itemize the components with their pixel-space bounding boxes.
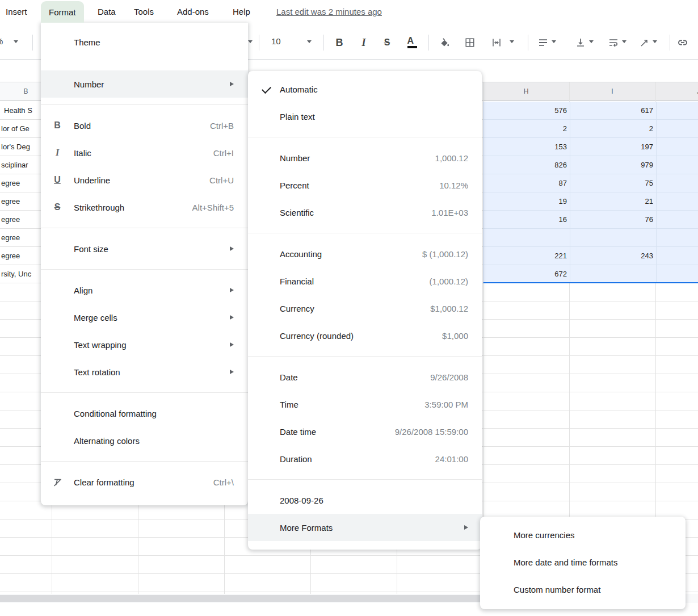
font-size-value[interactable]: 10 (271, 36, 281, 46)
grid-cell[interactable] (570, 229, 653, 247)
grid-cell[interactable]: lor's Deg (0, 138, 41, 156)
menu-format[interactable]: Format (41, 1, 84, 23)
menu-item-duration[interactable]: Duration 24:01:00 (248, 445, 482, 472)
column-header-H[interactable]: H (483, 82, 569, 101)
horizontal-align-button[interactable] (535, 33, 552, 52)
grid-cell[interactable]: lor of Ge (0, 120, 41, 138)
fill-color-button[interactable] (436, 33, 453, 52)
menu-item-percent[interactable]: Percent 10.12% (248, 171, 482, 199)
menu-item-scientific[interactable]: Scientific 1.01E+03 (248, 199, 482, 226)
grid-cell[interactable]: 153 (484, 138, 567, 156)
percent-format-button[interactable]: % (0, 36, 3, 46)
menu-item-conditional-formatting[interactable]: Conditional formatting (41, 400, 248, 427)
menu-item-more-currencies[interactable]: More currencies (480, 521, 686, 548)
font-dropdown-icon[interactable] (248, 40, 253, 43)
grid-cell[interactable]: 617 (570, 102, 653, 120)
merge-cells-dropdown-icon[interactable] (510, 40, 514, 43)
horizontal-scrollbar-handle[interactable] (0, 595, 514, 602)
grid-cell[interactable] (570, 265, 653, 283)
text-rotation-button[interactable] (636, 33, 653, 52)
grid-cell[interactable]: sciplinar (0, 156, 41, 174)
vertical-align-dropdown-icon[interactable] (589, 40, 594, 43)
grid-cell[interactable]: 16 (484, 211, 567, 229)
grid-cell[interactable]: Health S (0, 102, 44, 120)
menu-add-ons[interactable]: Add-ons (169, 0, 217, 23)
menu-item-date[interactable]: Date 9/26/2008 (248, 363, 482, 391)
menu-item-text-wrapping[interactable]: Text wrapping (41, 331, 248, 358)
menu-item-number[interactable]: Number (41, 70, 248, 98)
menu-item-custom-date[interactable]: 2008-09-26 (248, 487, 482, 514)
grid-cell[interactable]: 243 (570, 247, 653, 265)
menu-item-merge-cells[interactable]: Merge cells (41, 304, 248, 331)
grid-cell[interactable]: egree (0, 174, 41, 192)
menu-item-text-rotation[interactable]: Text rotation (41, 358, 248, 385)
font-size-dropdown-icon[interactable] (307, 40, 312, 43)
menu-item-automatic[interactable]: Automatic (248, 76, 482, 103)
menu-item-italic[interactable]: I Italic Ctrl+I (41, 139, 248, 166)
grid-cell[interactable]: 87 (484, 174, 567, 192)
strikethrough-button[interactable]: S (379, 33, 396, 52)
text-color-button[interactable]: A (403, 33, 421, 52)
menu-item-time[interactable]: Time 3:59:00 PM (248, 391, 482, 418)
column-header-I[interactable]: I (569, 82, 655, 101)
grid-cell[interactable]: rsity, Unc (0, 265, 41, 283)
menu-item-bold[interactable]: B Bold Ctrl+B (41, 112, 248, 139)
menu-item-more-formats[interactable]: More Formats (248, 514, 482, 541)
merge-cells-button[interactable] (488, 33, 505, 52)
menu-item-align[interactable]: Align (41, 276, 248, 304)
insert-link-button[interactable] (674, 33, 691, 52)
menu-item-underline[interactable]: U Underline Ctrl+U (41, 166, 248, 194)
percent-dropdown-icon[interactable] (14, 40, 18, 43)
grid-cell[interactable]: 19 (484, 192, 567, 211)
italic-button[interactable]: I (355, 33, 372, 52)
grid-cell[interactable]: egree (0, 192, 41, 211)
menu-data[interactable]: Data (90, 0, 124, 23)
grid-cell[interactable]: 76 (570, 211, 653, 229)
menu-item-date-time[interactable]: Date time 9/26/2008 15:59:00 (248, 418, 482, 445)
grid-cell[interactable]: 75 (570, 174, 653, 192)
menu-item-accounting[interactable]: Accounting $ (1,000.12) (248, 240, 482, 267)
menu-tools[interactable]: Tools (126, 0, 162, 23)
grid-cell[interactable]: 2 (570, 120, 653, 138)
menu-item-more-date-time-formats[interactable]: More date and time formats (480, 548, 686, 576)
grid-cell[interactable]: 221 (484, 247, 567, 265)
menu-item-label: Theme (74, 37, 234, 47)
grid-cell[interactable]: 672 (484, 265, 567, 283)
grid-cell[interactable]: 576 (484, 102, 567, 120)
text-wrap-dropdown-icon[interactable] (622, 40, 626, 43)
menu-item-alternating-colors[interactable]: Alternating colors (41, 427, 248, 454)
text-rotation-dropdown-icon[interactable] (653, 40, 657, 43)
menu-item-strikethrough[interactable]: S Strikethrough Alt+Shift+5 (41, 194, 248, 221)
menu-help[interactable]: Help (225, 0, 258, 23)
text-wrap-button[interactable] (605, 33, 622, 52)
horizontal-align-dropdown-icon[interactable] (552, 40, 556, 43)
menu-item-financial[interactable]: Financial (1,000.12) (248, 267, 482, 295)
grid-cell[interactable] (484, 229, 567, 247)
format-menu: Theme Number B Bold Ctrl+B I Italic Ctrl… (41, 23, 248, 505)
menu-item-font-size[interactable]: Font size (41, 235, 248, 262)
menu-divider (41, 104, 248, 105)
grid-cell[interactable]: 21 (570, 192, 653, 211)
menu-item-theme[interactable]: Theme (41, 28, 248, 56)
menu-item-currency-rounded[interactable]: Currency (rounded) $1,000 (248, 322, 482, 349)
vertical-align-button[interactable] (572, 33, 589, 52)
column-header-J[interactable]: J (655, 82, 698, 101)
grid-cell[interactable]: 979 (570, 156, 653, 174)
menu-item-clear-formatting[interactable]: Clear formatting Ctrl+\ (41, 468, 248, 496)
grid-cell[interactable]: 197 (570, 138, 653, 156)
menu-item-shortcut: Ctrl+B (210, 121, 234, 131)
grid-cell[interactable]: egree (0, 247, 41, 265)
last-edit-link[interactable]: Last edit was 2 minutes ago (276, 0, 382, 23)
menu-insert[interactable]: Insert (0, 0, 35, 23)
menu-item-plain-text[interactable]: Plain text (248, 103, 482, 130)
menu-item-custom-number-format[interactable]: Custom number format (480, 576, 686, 603)
grid-cell[interactable]: egree (0, 211, 41, 229)
menu-item-number-format[interactable]: Number 1,000.12 (248, 144, 482, 171)
grid-cell[interactable]: egree (0, 229, 41, 247)
borders-button[interactable] (461, 33, 478, 52)
bold-button[interactable]: B (331, 33, 348, 52)
grid-cell[interactable]: 826 (484, 156, 567, 174)
menu-item-currency[interactable]: Currency $1,000.12 (248, 295, 482, 322)
menu-item-label: Italic (74, 148, 213, 158)
grid-cell[interactable]: 2 (484, 120, 567, 138)
